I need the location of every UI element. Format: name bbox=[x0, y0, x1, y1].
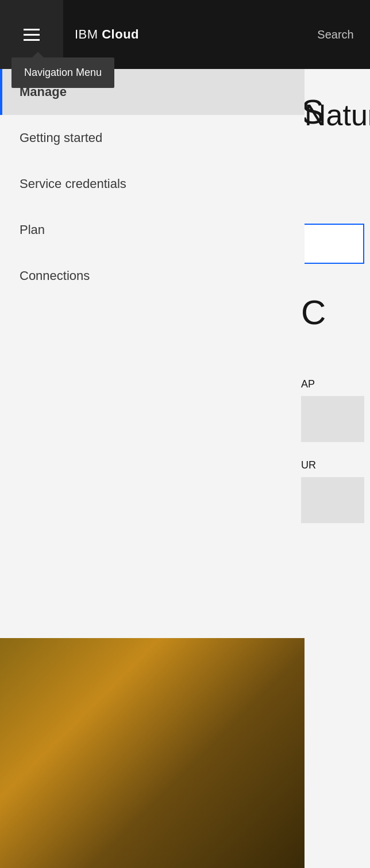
right-label-ap: AP bbox=[301, 378, 370, 390]
nav-item-plan[interactable]: Plan bbox=[0, 207, 305, 253]
right-gray-box-2 bbox=[301, 477, 364, 523]
hamburger-icon bbox=[24, 29, 40, 41]
search-button[interactable]: Search bbox=[301, 0, 370, 69]
nav-item-service-credentials[interactable]: Service credentials bbox=[0, 161, 305, 207]
right-label-s: S bbox=[301, 69, 370, 132]
right-panel: S C AP UR bbox=[301, 69, 370, 523]
nav-item-connections[interactable]: Connections bbox=[0, 253, 305, 299]
ibm-cloud-brand: IBM Cloud bbox=[75, 27, 139, 42]
side-nav: Manage Getting started Service credentia… bbox=[0, 69, 305, 299]
right-input-box[interactable] bbox=[301, 224, 364, 264]
navigation-menu-tooltip: Navigation Menu bbox=[11, 57, 114, 88]
background-image bbox=[0, 638, 305, 868]
nav-item-getting-started[interactable]: Getting started bbox=[0, 115, 305, 161]
right-label-c: C bbox=[301, 293, 370, 332]
right-label-ur: UR bbox=[301, 459, 370, 471]
right-gray-box-1 bbox=[301, 396, 364, 442]
